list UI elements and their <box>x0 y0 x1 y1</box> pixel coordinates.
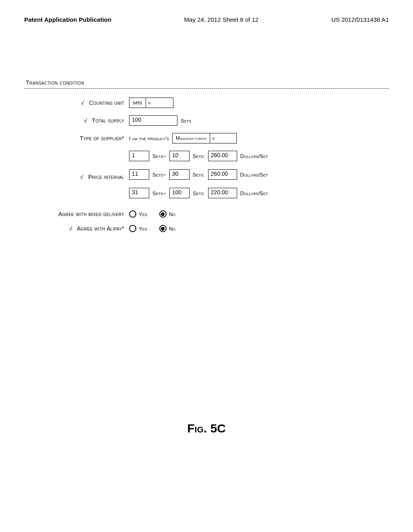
check-icon: √ <box>69 225 75 232</box>
figure-label: Fig. 5C <box>0 422 413 435</box>
radio-icon <box>159 210 167 218</box>
page-header: Patent Application Publication May 24, 2… <box>24 16 389 23</box>
header-right: US 2012/0131438 A1 <box>331 16 389 23</box>
counting-unit-value: sets <box>129 99 146 106</box>
label-text-counting-unit: Counting unit <box>89 100 124 106</box>
price-to-input[interactable]: 10 <box>169 151 190 161</box>
radio-label-yes: Yes <box>139 211 147 217</box>
radio-label-no: No <box>169 226 175 232</box>
row-supplier-type: Type of supplier* I am the product's Man… <box>28 133 389 143</box>
section-title: Transaction condition <box>24 79 389 86</box>
row-counting-unit: √ Counting unit sets v <box>28 98 389 108</box>
total-supply-input[interactable]: 100 <box>129 115 177 126</box>
radio-dot-icon <box>161 227 165 231</box>
label-text-mixed-delivery: Agree with mixed delivery <box>58 211 124 217</box>
header-left: Patent Application Publication <box>24 16 111 23</box>
total-supply-unit: Sets <box>181 118 191 124</box>
price-row: 31 Sets~ 100 Sets: 220.00 Dollars/Set <box>129 188 268 198</box>
price-from-input[interactable]: 31 <box>129 188 149 198</box>
row-mixed-delivery: Agree with mixed delivery Yes No <box>28 210 389 218</box>
radio-icon <box>129 210 136 218</box>
supplier-prefix: I am the product's <box>129 135 169 141</box>
chevron-down-icon: v <box>146 98 153 108</box>
label-total-supply: √ Total supply <box>28 117 129 124</box>
row-total-supply: √ Total supply 100 Sets <box>28 115 389 126</box>
radio-icon <box>129 225 136 232</box>
price-row: 11 Sets~ 30 Sets: 260.00 Dollars/Set <box>129 169 268 180</box>
check-icon: √ <box>81 100 87 106</box>
price-row: 1 Sets~ 10 Sets: 280.00 Dollars/Set <box>129 151 268 161</box>
sets-colon: Sets: <box>193 190 205 196</box>
section-divider <box>24 88 389 89</box>
counting-unit-select[interactable]: sets v <box>129 98 173 108</box>
price-value-input[interactable]: 220.00 <box>208 188 237 198</box>
sets-tilde: Sets~ <box>152 190 166 196</box>
label-text-alipay: Agree with Alipay* <box>77 225 124 232</box>
price-value-input[interactable]: 260.00 <box>208 169 237 180</box>
alipay-no-radio[interactable]: No <box>159 225 175 232</box>
price-value-input[interactable]: 280.00 <box>208 151 237 161</box>
price-unit: Dollars/Set <box>240 153 268 159</box>
transaction-form: √ Counting unit sets v √ Total supply 10… <box>24 98 389 232</box>
price-to-input[interactable]: 100 <box>169 188 190 198</box>
label-counting-unit: √ Counting unit <box>28 100 129 106</box>
price-from-input[interactable]: 11 <box>129 169 149 180</box>
supplier-type-select[interactable]: Manufacturer v <box>172 133 237 143</box>
row-price-interval: √ Price interval 1 Sets~ 10 Sets: 280.00… <box>28 151 389 203</box>
label-mixed-delivery: Agree with mixed delivery <box>28 211 129 217</box>
label-text-total-supply: Total supply <box>92 117 124 124</box>
check-icon: √ <box>84 117 90 124</box>
mixed-delivery-yes-radio[interactable]: Yes <box>129 210 147 218</box>
label-price-interval: √ Price interval <box>28 174 129 180</box>
price-unit: Dollars/Set <box>240 190 268 196</box>
label-text-price-interval: Price interval <box>88 174 124 180</box>
price-to-input[interactable]: 30 <box>169 169 190 180</box>
radio-label-yes: Yes <box>139 226 147 232</box>
price-unit: Dollars/Set <box>240 172 268 178</box>
sets-colon: Sets: <box>193 172 205 178</box>
radio-icon <box>159 225 167 232</box>
label-text-supplier-type: Type of supplier* <box>80 135 124 141</box>
alipay-yes-radio[interactable]: Yes <box>129 225 147 232</box>
row-alipay: √ Agree with Alipay* Yes No <box>28 225 389 232</box>
sets-colon: Sets: <box>193 153 205 159</box>
radio-dot-icon <box>161 212 165 216</box>
supplier-type-value: Manufacturer <box>173 135 210 142</box>
label-supplier-type: Type of supplier* <box>28 135 129 141</box>
radio-label-no: No <box>169 211 175 217</box>
label-alipay: √ Agree with Alipay* <box>28 225 129 232</box>
sets-tilde: Sets~ <box>152 153 166 159</box>
sets-tilde: Sets~ <box>152 172 166 178</box>
chevron-down-icon: v <box>210 133 217 143</box>
header-center: May 24, 2012 Sheet 8 of 12 <box>184 16 259 23</box>
mixed-delivery-no-radio[interactable]: No <box>159 210 175 218</box>
check-icon: √ <box>80 174 86 180</box>
price-from-input[interactable]: 1 <box>129 151 149 161</box>
